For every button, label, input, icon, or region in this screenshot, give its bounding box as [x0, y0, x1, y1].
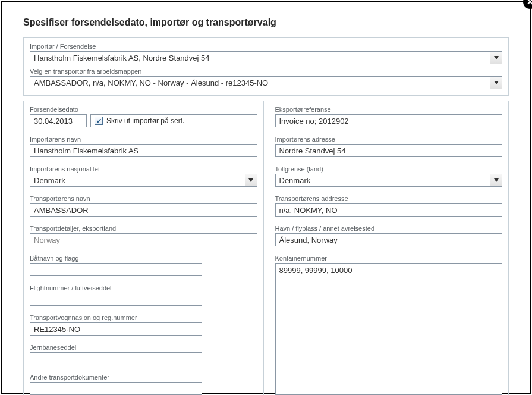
print-importer-label: Skriv ut importør på sert.	[106, 117, 184, 125]
importer-address-label: Importørens adresse	[275, 136, 503, 143]
transporter-select[interactable]: AMBASSADOR, n/a, NOKMY, NO - Norway - Ål…	[30, 76, 502, 89]
print-importer-checkbox[interactable]: ✔	[95, 117, 103, 125]
shipment-date-input[interactable]: 30.04.2013	[30, 114, 87, 127]
top-section: Importør / Forsendelse Hanstholm Fiskeme…	[23, 37, 509, 96]
left-column: Forsendelsedato 30.04.2013 ✔ Skriv ut im…	[23, 101, 264, 395]
print-importer-option[interactable]: ✔ Skriv ut importør på sert.	[90, 114, 257, 127]
chevron-down-icon	[245, 174, 257, 186]
customs-border-select[interactable]: Denmark	[275, 174, 503, 187]
importer-shipment-value: Hanstholm Fiskemelsfabrik AS, Nordre Sta…	[34, 54, 210, 62]
transporter-address-label: Transportørens addresse	[275, 195, 503, 202]
vehicle-reg-input[interactable]: RE12345-NO	[30, 322, 202, 336]
svg-marker-1	[494, 81, 499, 84]
vehicle-reg-label: Transportvognnasjon og reg.nummer	[30, 314, 257, 321]
chevron-down-icon	[490, 174, 502, 186]
modal-dialog: ✕ Spesifiser forsendelsedato, importør o…	[1, 1, 531, 394]
boat-name-flag-input[interactable]	[30, 263, 202, 276]
importer-address-input[interactable]: Nordre Standvej 54	[275, 144, 503, 157]
transporter-address-input[interactable]: n/a, NOKMY, NO	[275, 203, 503, 217]
transport-details-label: Transportdetaljer, eksportland	[30, 225, 257, 232]
railway-bill-label: Jernbaneseddel	[30, 344, 257, 351]
shipment-date-label: Forsendelsedato	[30, 106, 257, 113]
importer-nationality-label: Importørens nasjonalitet	[30, 165, 257, 173]
svg-marker-2	[248, 178, 253, 182]
svg-marker-0	[494, 56, 499, 59]
port-label: Havn / flyplass / annet avreisested	[275, 225, 503, 232]
page-title: Spesifiser forsendelsedato, importør og …	[23, 17, 509, 28]
transporter-select-value: AMBASSADOR, n/a, NOKMY, NO - Norway - Ål…	[34, 79, 268, 87]
importer-name-input[interactable]: Hanstholm Fiskemelsfabrik AS	[30, 144, 257, 157]
transporter-select-label: Velg en transportør fra arbeidsmappen	[30, 68, 502, 75]
svg-marker-3	[494, 178, 499, 182]
customs-border-label: Tollgrense (land)	[275, 165, 503, 173]
customs-border-value: Denmark	[279, 176, 311, 185]
importer-name-label: Importørens navn	[30, 136, 257, 143]
transport-details-input[interactable]: Norway	[30, 233, 257, 246]
importer-nationality-select[interactable]: Denmark	[30, 174, 257, 187]
right-column: Eksportørreferanse Invoice no; 2012902 I…	[269, 101, 509, 395]
port-input[interactable]: Ålesund, Norway	[275, 233, 503, 246]
railway-bill-input[interactable]	[30, 352, 202, 365]
boat-name-flag-label: Båtnavn og flagg	[30, 255, 257, 262]
other-docs-input[interactable]	[30, 382, 202, 395]
flight-number-label: Flightnummer / luftveiseddel	[30, 284, 257, 291]
exporter-reference-input[interactable]: Invoice no; 2012902	[275, 114, 503, 127]
transporter-name-input[interactable]: AMBASSADOR	[30, 203, 257, 217]
exporter-reference-label: Eksportørreferanse	[275, 106, 503, 113]
importer-shipment-select[interactable]: Hanstholm Fiskemelsfabrik AS, Nordre Sta…	[30, 51, 502, 64]
chevron-down-icon	[490, 52, 502, 64]
transporter-name-label: Transportørens navn	[30, 195, 257, 202]
flight-number-input[interactable]	[30, 293, 202, 306]
importer-shipment-label: Importør / Forsendelse	[30, 43, 502, 50]
importer-nationality-value: Denmark	[34, 176, 65, 185]
other-docs-label: Andre transportdokumenter	[30, 374, 257, 381]
container-number-label: Kontainernummer	[275, 255, 503, 262]
container-number-textarea[interactable]: 89999, 99999, 10000	[275, 263, 503, 395]
chevron-down-icon	[490, 77, 502, 89]
